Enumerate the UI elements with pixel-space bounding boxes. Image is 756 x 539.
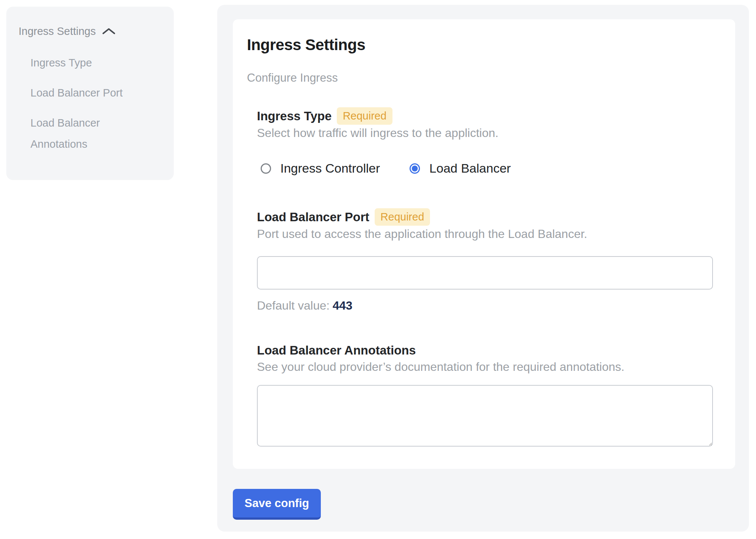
ingress-settings-card: Ingress Settings Configure Ingress Ingre… bbox=[233, 19, 735, 469]
load-balancer-annotations-textarea[interactable] bbox=[257, 385, 713, 447]
save-config-button[interactable]: Save config bbox=[233, 489, 321, 520]
required-badge: Required bbox=[375, 208, 430, 226]
ingress-type-options: Ingress Controller Load Balancer bbox=[257, 160, 735, 177]
default-value-row: Default value:443 bbox=[257, 297, 735, 314]
radio-load-balancer[interactable]: Load Balancer bbox=[410, 161, 511, 176]
ingress-type-label: Ingress Type bbox=[257, 109, 332, 123]
load-balancer-annotations-description: See your cloud provider’s documentation … bbox=[257, 359, 735, 375]
field-label-row: Load Balancer Annotations bbox=[257, 342, 735, 359]
load-balancer-port-description: Port used to access the application thro… bbox=[257, 226, 735, 242]
radio-selected-icon[interactable] bbox=[410, 163, 420, 174]
radio-label: Ingress Controller bbox=[280, 161, 380, 176]
nav-item-load-balancer-annotations[interactable]: Load Balancer Annotations bbox=[30, 112, 153, 155]
nav-group-label: Ingress Settings bbox=[19, 25, 96, 37]
nav-item-ingress-type[interactable]: Ingress Type bbox=[30, 52, 153, 74]
radio-ingress-controller[interactable]: Ingress Controller bbox=[261, 161, 380, 176]
required-badge: Required bbox=[337, 107, 392, 125]
nav-item-load-balancer-port[interactable]: Load Balancer Port bbox=[30, 82, 153, 104]
nav-items: Ingress Type Load Balancer Port Load Bal… bbox=[30, 52, 163, 155]
load-balancer-port-label: Load Balancer Port bbox=[257, 210, 369, 224]
default-value: 443 bbox=[333, 299, 352, 312]
page-subtitle: Configure Ingress bbox=[247, 71, 735, 85]
field-label-row: Ingress Type Required bbox=[257, 107, 735, 125]
field-label-row: Load Balancer Port Required bbox=[257, 208, 735, 226]
default-value-label: Default value: bbox=[257, 299, 330, 312]
chevron-up-icon[interactable] bbox=[102, 27, 116, 35]
nav-group-ingress-settings[interactable]: Ingress Settings bbox=[19, 20, 163, 42]
settings-nav: Ingress Settings Ingress Type Load Balan… bbox=[6, 7, 174, 180]
radio-label: Load Balancer bbox=[429, 161, 511, 176]
load-balancer-port-input[interactable] bbox=[257, 256, 713, 290]
page-title: Ingress Settings bbox=[247, 36, 735, 54]
field-load-balancer-annotations: Load Balancer Annotations See your cloud… bbox=[257, 342, 735, 447]
settings-panel: Ingress Settings Configure Ingress Ingre… bbox=[217, 5, 749, 532]
load-balancer-annotations-label: Load Balancer Annotations bbox=[257, 343, 416, 357]
ingress-type-description: Select how traffic will ingress to the a… bbox=[257, 125, 735, 141]
field-load-balancer-port: Load Balancer Port Required Port used to… bbox=[257, 208, 735, 314]
field-ingress-type: Ingress Type Required Select how traffic… bbox=[257, 107, 735, 177]
radio-unselected-icon[interactable] bbox=[261, 163, 271, 174]
